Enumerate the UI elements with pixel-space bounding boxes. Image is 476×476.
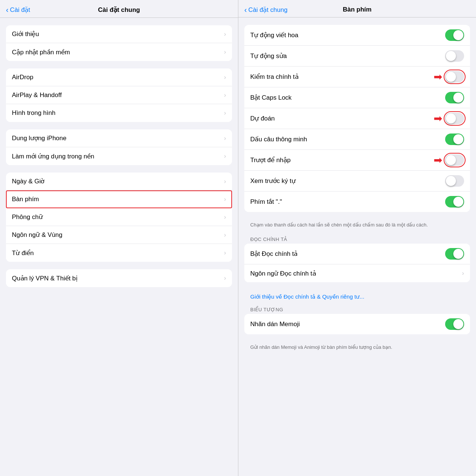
right-header-title: Bàn phím	[343, 6, 372, 13]
right-scroll-content: Tự động viết hoa Tự động sửa Kiểm tra ch…	[238, 17, 476, 476]
row-bat-caps-lock: Bật Caps Lock	[244, 87, 470, 108]
toggle-knob	[453, 134, 463, 144]
label-ngay-gio: Ngày & Giờ	[12, 177, 221, 185]
row-cap-nhat[interactable]: Cập nhật phần mềm ›	[6, 43, 232, 61]
label-phong-chu: Phông chữ	[12, 213, 221, 221]
row-truot-de-nhap: Trượt để nhập ➡	[244, 150, 470, 171]
toggle-nhan-dan-memoji[interactable]	[445, 318, 464, 330]
left-group-3: Dung lượng iPhone › Làm mới ứng dụng tro…	[6, 129, 232, 165]
label-ban-phim: Bàn phím	[12, 196, 221, 203]
right-main-group: Tự động viết hoa Tự động sửa Kiểm tra ch…	[244, 25, 470, 212]
toggle-kiem-tra-chinh-ta[interactable]	[445, 71, 464, 83]
row-ngon-ngu-doc[interactable]: Ngôn ngữ Đọc chính tả ›	[244, 264, 470, 282]
right-panel: ‹ Cài đặt chung Bàn phím Tự động viết ho…	[238, 0, 476, 476]
row-du-doan: Dự đoán ➡	[244, 108, 470, 129]
toggle-truot-de-nhap[interactable]	[445, 154, 464, 166]
chevron-ngay-gio-icon: ›	[224, 178, 226, 185]
right-back-chevron-icon: ‹	[244, 6, 247, 14]
left-panel: ‹ Cài đặt Cài đặt chung Giới thiệu › Cập…	[0, 0, 238, 476]
right-back-button[interactable]: ‹ Cài đặt chung	[244, 6, 287, 14]
chevron-hinh-trong-hinh-icon: ›	[224, 109, 226, 117]
chevron-cap-nhat-icon: ›	[224, 48, 226, 56]
toggle-knob	[446, 72, 456, 82]
toggle-tu-dong-sua[interactable]	[445, 50, 464, 62]
row-gioi-thieu[interactable]: Giới thiệu ›	[6, 25, 232, 43]
toggle-xem-truoc-ky-tu[interactable]	[445, 175, 464, 187]
label-truot-de-nhap: Trượt để nhập	[250, 156, 434, 164]
left-group-2: AirDrop › AirPlay & Handoff › Hình trong…	[6, 68, 232, 122]
toggle-phim-tat[interactable]	[445, 196, 464, 208]
label-hinh-trong-hinh: Hình trong hình	[12, 109, 221, 117]
label-ngon-ngu: Ngôn ngữ & Vùng	[12, 231, 221, 239]
row-phong-chu[interactable]: Phông chữ ›	[6, 208, 232, 226]
toggle-dau-cau-thong-minh[interactable]	[445, 134, 464, 145]
doc-chinh-ta-link[interactable]: Giới thiệu về Đọc chính tả & Quyền riêng…	[244, 290, 470, 304]
bieu-tuong-section-header: BIỂU TƯỢNG	[244, 304, 470, 314]
chevron-ngon-ngu-icon: ›	[224, 231, 226, 239]
label-phim-tat: Phím tắt "."	[250, 198, 445, 206]
toggle-bat-caps-lock[interactable]	[445, 92, 464, 103]
label-nhan-dan-memoji: Nhãn dán Memoji	[250, 321, 445, 328]
label-dau-cau-thong-minh: Dấu câu thông minh	[250, 135, 445, 143]
label-xem-truoc-ky-tu: Xem trước ký tự	[250, 177, 445, 185]
label-bat-doc-chinh-ta: Bật Đọc chính tả	[250, 250, 445, 258]
row-tu-dong-viet-hoa: Tự động viết hoa	[244, 25, 470, 46]
row-ngay-gio[interactable]: Ngày & Giờ ›	[6, 173, 232, 190]
toggle-knob	[446, 176, 456, 186]
doc-chinh-ta-section-header: ĐỌC CHÍNH TẢ	[244, 234, 470, 244]
left-header-title: Cài đặt chung	[98, 6, 140, 14]
toggle-knob	[453, 93, 463, 103]
label-quan-ly-vpn: Quản lý VPN & Thiết bị	[12, 274, 221, 282]
row-airplay[interactable]: AirPlay & Handoff ›	[6, 86, 232, 104]
row-hinh-trong-hinh[interactable]: Hình trong hình ›	[6, 104, 232, 122]
left-back-button[interactable]: ‹ Cài đặt	[6, 6, 30, 14]
row-dung-luong[interactable]: Dung lượng iPhone ›	[6, 129, 232, 147]
right-bieu-tuong-group: Nhãn dán Memoji	[244, 314, 470, 334]
row-ban-phim[interactable]: Bàn phím ›	[6, 190, 232, 208]
left-group-4: Ngày & Giờ › Bàn phím › Phông chữ › Ngôn…	[6, 173, 232, 262]
toggle-knob	[446, 51, 456, 61]
left-scroll-content: Giới thiệu › Cập nhật phần mềm › AirDrop…	[0, 18, 238, 476]
row-lam-moi[interactable]: Làm mới ứng dụng trong nền ›	[6, 147, 232, 165]
back-chevron-icon: ‹	[6, 6, 9, 14]
arrow-kiem-tra-icon: ➡	[434, 72, 442, 82]
label-ngon-ngu-doc: Ngôn ngữ Đọc chính tả	[250, 270, 459, 277]
toggle-du-doan[interactable]	[445, 113, 464, 124]
chevron-ban-phim-icon: ›	[224, 196, 226, 203]
chevron-lam-moi-icon: ›	[224, 152, 226, 160]
row-phim-tat: Phím tắt "."	[244, 192, 470, 212]
toggle-tu-dong-viet-hoa[interactable]	[445, 29, 464, 41]
left-group-5: Quản lý VPN & Thiết bị ›	[6, 269, 232, 287]
label-kiem-tra-chinh-ta: Kiểm tra chính tả	[250, 73, 434, 81]
chevron-airdrop-icon: ›	[224, 74, 226, 81]
bieu-tuong-footer: Gửi nhãn dán Memoji và Animoji từ bàn ph…	[244, 342, 470, 356]
label-airdrop: AirDrop	[12, 74, 221, 81]
label-tu-dong-sua: Tự động sửa	[250, 52, 445, 60]
row-quan-ly-vpn[interactable]: Quản lý VPN & Thiết bị ›	[6, 269, 232, 287]
chevron-airplay-icon: ›	[224, 91, 226, 99]
label-bat-caps-lock: Bật Caps Lock	[250, 94, 445, 102]
row-tu-dien[interactable]: Từ điển ›	[6, 244, 232, 262]
right-back-label: Cài đặt chung	[248, 6, 287, 14]
label-dung-luong: Dung lượng iPhone	[12, 134, 221, 142]
toggle-knob	[453, 30, 463, 40]
row-bat-doc-chinh-ta: Bật Đọc chính tả	[244, 244, 470, 264]
row-kiem-tra-chinh-ta: Kiểm tra chính tả ➡	[244, 67, 470, 87]
arrow-du-doan-icon: ➡	[434, 113, 442, 124]
toggle-knob	[446, 155, 456, 165]
row-xem-truoc-ky-tu: Xem trước ký tự	[244, 171, 470, 192]
left-back-label: Cài đặt	[10, 6, 30, 14]
right-doc-group: Bật Đọc chính tả Ngôn ngữ Đọc chính tả ›	[244, 244, 470, 282]
row-airdrop[interactable]: AirDrop ›	[6, 68, 232, 86]
chevron-ngon-ngu-doc-icon: ›	[462, 270, 464, 277]
left-group-1: Giới thiệu › Cập nhật phần mềm ›	[6, 25, 232, 61]
row-ngon-ngu[interactable]: Ngôn ngữ & Vùng ›	[6, 226, 232, 244]
chevron-phong-chu-icon: ›	[224, 213, 226, 221]
label-tu-dien: Từ điển	[12, 249, 221, 257]
arrow-truot-de-nhap-icon: ➡	[434, 155, 442, 165]
main-group-footer: Chạm vào thanh dấu cách hai lần sẽ chèn …	[244, 219, 470, 234]
left-header: ‹ Cài đặt Cài đặt chung	[0, 0, 238, 18]
toggle-bat-doc-chinh-ta[interactable]	[445, 248, 464, 260]
label-du-doan: Dự đoán	[250, 115, 434, 122]
chevron-quan-ly-vpn-icon: ›	[224, 274, 226, 282]
